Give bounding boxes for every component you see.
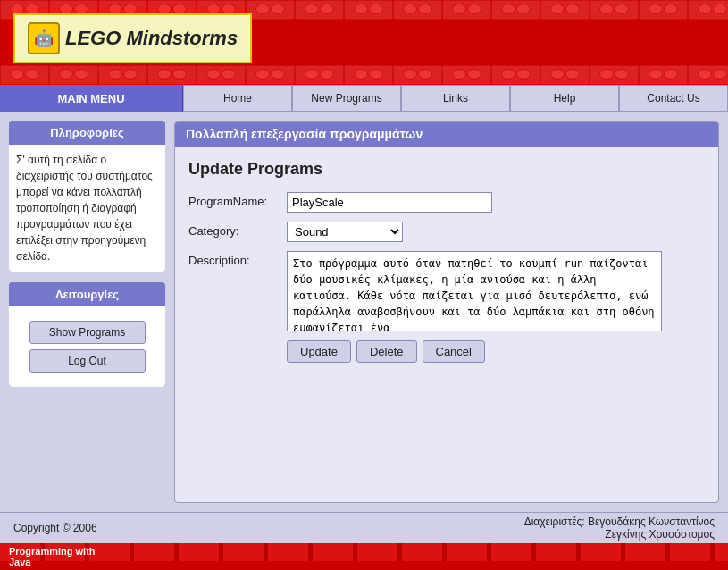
- sidebar-actions-title: Λειτουργίες: [9, 282, 165, 306]
- nav-link-links[interactable]: Links: [401, 85, 510, 112]
- bottom-brick-row: [0, 543, 728, 561]
- logo-text: LEGO Mindstorms: [65, 27, 238, 50]
- nav-link-new-programs[interactable]: New Programs: [292, 85, 401, 112]
- description-row: Description:: [188, 251, 705, 331]
- brick: [590, 65, 639, 85]
- brick: [540, 65, 590, 85]
- brick: [393, 0, 442, 20]
- brick: [49, 65, 98, 85]
- sidebar-info-section: Πληροφορίες Σ' αυτή τη σελίδα ο διαχειρι…: [9, 121, 165, 272]
- content-panel: Πολλαπλή επεξεργασία προγραμμάτων Update…: [174, 121, 719, 503]
- form-title: Update Programs: [188, 160, 705, 179]
- header-bricks-bottom: [0, 65, 728, 85]
- nav-link-contact-us[interactable]: Contact Us: [619, 85, 728, 112]
- robot-icon: 🤖: [28, 22, 60, 54]
- program-name-input[interactable]: [287, 192, 492, 213]
- nav-link-help[interactable]: Help: [510, 85, 619, 112]
- form-buttons: Update Delete Cancel: [287, 340, 705, 363]
- brick: [197, 65, 246, 85]
- main-menu-label: MAIN MENU: [0, 85, 183, 112]
- admin1: Διαχειριστές: Βεγουδάκης Κωνσταντίνος: [524, 516, 715, 528]
- show-programs-button[interactable]: Show Programs: [29, 321, 146, 344]
- brick: [98, 65, 147, 85]
- brick: [442, 0, 491, 20]
- brick: [491, 0, 540, 20]
- nav-link-home[interactable]: Home: [183, 85, 292, 112]
- sidebar-info-title: Πληροφορίες: [9, 121, 165, 145]
- sidebar-actions-section: Λειτουργίες Show Programs Log Out: [9, 282, 165, 387]
- category-select[interactable]: Sound Movement Sensors Other: [287, 222, 403, 242]
- brick: [639, 65, 688, 85]
- logo-box: 🤖 LEGO Mindstorms: [13, 13, 252, 63]
- header: 🤖 LEGO Mindstorms: [0, 0, 728, 85]
- sidebar: Πληροφορίες Σ' αυτή τη σελίδα ο διαχειρι…: [0, 112, 174, 512]
- footer: Copyright © 2006 Διαχειριστές: Βεγουδάκη…: [0, 512, 728, 543]
- main-content: Πληροφορίες Σ' αυτή τη σελίδα ο διαχειρι…: [0, 112, 728, 512]
- category-row: Category: Sound Movement Sensors Other: [188, 222, 705, 242]
- brick: [393, 65, 442, 85]
- brick: [639, 0, 688, 20]
- content-panel-title: Πολλαπλή επεξεργασία προγραμμάτων: [175, 122, 718, 147]
- brick: [442, 65, 491, 85]
- bottom-strip: Programming with Java: [0, 543, 728, 570]
- brick: [344, 0, 393, 20]
- brick: [344, 65, 393, 85]
- brick: [688, 0, 728, 20]
- delete-button[interactable]: Delete: [356, 340, 417, 363]
- update-button[interactable]: Update: [287, 340, 351, 363]
- description-textarea[interactable]: [287, 251, 662, 331]
- brick: [0, 65, 49, 85]
- copyright-text: Copyright © 2006: [13, 522, 97, 534]
- brick: [246, 65, 295, 85]
- brick: [688, 65, 728, 85]
- brick: [246, 0, 295, 20]
- navbar-links: Home New Programs Links Help Contact Us: [183, 85, 728, 112]
- bottom-strip-text: Programming with Java: [9, 546, 96, 567]
- logo-area: 🤖 LEGO Mindstorms: [13, 13, 252, 63]
- bottom-text-line2: Java: [9, 557, 96, 567]
- sidebar-actions-content: Show Programs Log Out: [9, 306, 165, 387]
- navbar: MAIN MENU Home New Programs Links Help C…: [0, 85, 728, 112]
- admins-text: Διαχειριστές: Βεγουδάκης Κωνσταντίνος Ζε…: [524, 516, 715, 541]
- program-name-row: ProgramName:: [188, 192, 705, 213]
- brick: [295, 65, 344, 85]
- admin2: Ζεγκίνης Χρυσόστομος: [524, 528, 715, 541]
- description-label: Description:: [188, 251, 287, 267]
- category-label: Category:: [188, 222, 287, 238]
- brick: [295, 0, 344, 20]
- bottom-text-line1: Programming with: [9, 546, 96, 557]
- brick: [491, 65, 540, 85]
- program-name-label: ProgramName:: [188, 192, 287, 208]
- log-out-button[interactable]: Log Out: [29, 349, 146, 373]
- cancel-button[interactable]: Cancel: [423, 340, 485, 363]
- brick: [147, 65, 197, 85]
- sidebar-info-text: Σ' αυτή τη σελίδα ο διαχειριστής του συσ…: [9, 145, 165, 272]
- brick: [590, 0, 639, 20]
- brick: [540, 0, 590, 20]
